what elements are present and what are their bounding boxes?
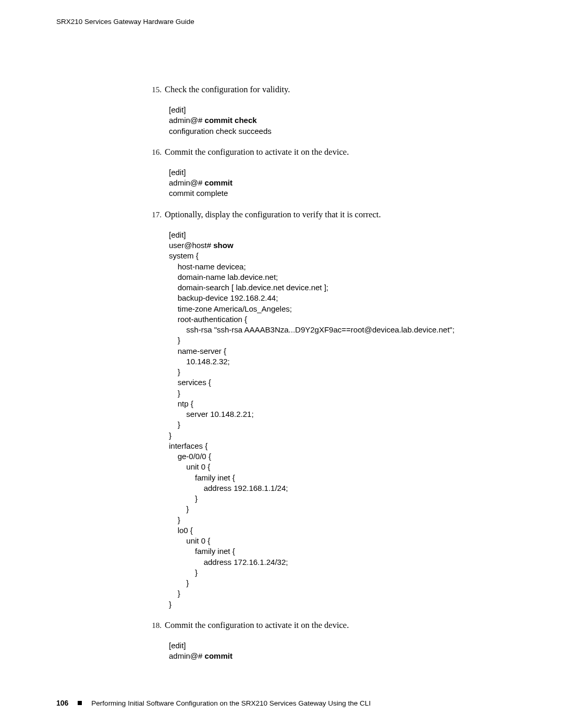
square-bullet-icon <box>78 701 82 705</box>
code-block: [edit] user@host# show system { host-nam… <box>169 230 516 610</box>
header-title: SRX210 Services Gateway Hardware Guide <box>56 18 194 26</box>
code-block: [edit] admin@# commit commit complete <box>169 167 516 199</box>
step-head: 17. Optionally, display the configuratio… <box>147 208 516 220</box>
step-15: 15. Check the configuration for validity… <box>147 83 516 137</box>
step-head: 16. Commit the configuration to activate… <box>147 146 516 158</box>
step-number: 16. <box>147 148 162 157</box>
step-number: 18. <box>147 621 162 630</box>
step-head: 15. Check the configuration for validity… <box>147 83 516 95</box>
page: SRX210 Services Gateway Hardware Guide 1… <box>0 0 563 728</box>
step-17: 17. Optionally, display the configuratio… <box>147 208 516 610</box>
step-text: Commit the configuration to activate it … <box>165 619 349 631</box>
code-block: [edit] admin@# commit check configuratio… <box>169 105 516 137</box>
code-block: [edit] admin@# commit <box>169 640 516 662</box>
content-area: 15. Check the configuration for validity… <box>147 83 516 671</box>
step-number: 17. <box>147 211 162 219</box>
page-footer: 106 Performing Initial Software Configur… <box>56 699 371 707</box>
step-18: 18. Commit the configuration to activate… <box>147 619 516 662</box>
footer-section-title: Performing Initial Software Configuratio… <box>91 699 371 707</box>
page-number: 106 <box>56 699 68 707</box>
step-16: 16. Commit the configuration to activate… <box>147 146 516 199</box>
step-text: Check the configuration for validity. <box>165 83 290 95</box>
step-number: 15. <box>147 85 162 94</box>
running-header: SRX210 Services Gateway Hardware Guide <box>56 18 194 26</box>
step-text: Commit the configuration to activate it … <box>165 146 349 158</box>
step-head: 18. Commit the configuration to activate… <box>147 619 516 631</box>
step-text: Optionally, display the configuration to… <box>165 208 381 220</box>
